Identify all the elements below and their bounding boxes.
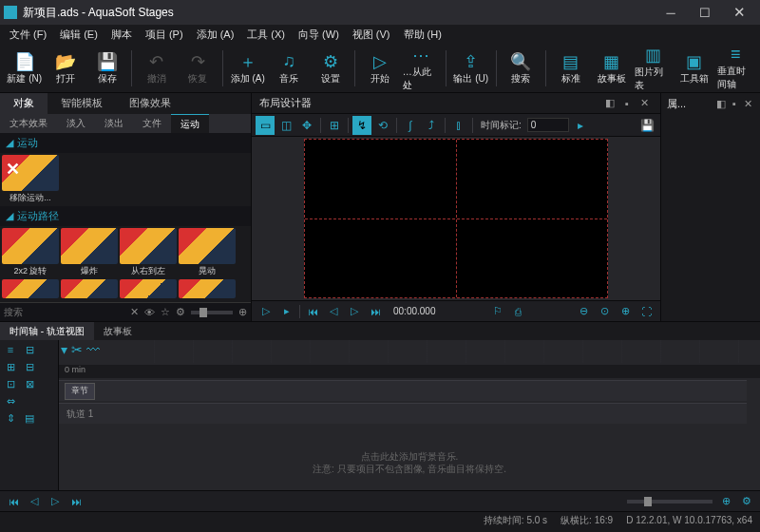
thumb-more[interactable] bbox=[2, 279, 59, 298]
tl-layers-icon[interactable]: ▤ bbox=[21, 410, 38, 426]
maximize-button[interactable]: ☐ bbox=[688, 0, 722, 25]
prop-close-icon[interactable]: ✕ bbox=[741, 98, 754, 110]
minimize-button[interactable]: ─ bbox=[654, 0, 688, 25]
close-button[interactable]: ✕ bbox=[722, 0, 756, 25]
tab-图像效果[interactable]: 图像效果 bbox=[116, 93, 184, 114]
playhead-icon[interactable]: ▾ bbox=[61, 342, 67, 357]
play-range-icon[interactable]: ▸ bbox=[278, 305, 295, 317]
time-input[interactable] bbox=[527, 118, 569, 132]
toolbar-故事板[interactable]: ▦故事板 bbox=[593, 47, 630, 90]
tl-zoomin-icon[interactable]: ⊕ bbox=[718, 495, 733, 507]
eye-icon[interactable]: 👁 bbox=[144, 307, 155, 318]
star-icon[interactable]: ☆ bbox=[161, 306, 170, 318]
crop-tool[interactable]: ◫ bbox=[276, 116, 295, 135]
toolbar-撤消[interactable]: ↶撤消 bbox=[138, 47, 175, 90]
thumb-2x2 旋转[interactable]: 2x2 旋转 bbox=[2, 228, 59, 277]
grid-icon[interactable]: ⊞ bbox=[325, 116, 344, 135]
pan-tool[interactable]: ✥ bbox=[297, 116, 316, 135]
subtab-文本效果[interactable]: 文本效果 bbox=[0, 114, 57, 133]
toolbar-垂直时间轴[interactable]: ≡垂直时间轴 bbox=[717, 47, 754, 90]
prop-undock-icon[interactable]: ◧ bbox=[714, 98, 728, 110]
timeline-zoom-slider[interactable] bbox=[627, 500, 712, 504]
thumb-remove-motion[interactable]: 移除运动... bbox=[2, 155, 59, 204]
first-frame-icon[interactable]: ⏮ bbox=[304, 306, 321, 317]
section-motion[interactable]: ◢ 运动 bbox=[0, 133, 251, 153]
toolbar-新建 (N)[interactable]: 📄新建 (N) bbox=[6, 47, 43, 90]
menu-item[interactable]: 向导 (W) bbox=[293, 26, 345, 44]
tl-expand-icon[interactable]: ⊟ bbox=[21, 342, 38, 357]
toolbar-保存[interactable]: 💾保存 bbox=[88, 47, 125, 90]
tl-zoom-h-icon[interactable]: ⇔ bbox=[2, 393, 19, 408]
zoom-out-icon[interactable]: ⊖ bbox=[575, 305, 592, 317]
thumb-size-slider[interactable] bbox=[191, 311, 233, 314]
time-spinner[interactable]: ▸ bbox=[571, 116, 590, 135]
tl-unlock-icon[interactable]: ⊠ bbox=[21, 376, 38, 391]
canvas[interactable] bbox=[252, 137, 660, 300]
tl-ungroup-icon[interactable]: ⊟ bbox=[21, 359, 38, 374]
toolbar-图片列表[interactable]: ▥图片列表 bbox=[635, 47, 672, 90]
menu-item[interactable]: 项目 (P) bbox=[140, 26, 189, 44]
thumb-从右到左[interactable]: 从右到左 bbox=[120, 228, 177, 277]
menu-item[interactable]: 脚本 bbox=[105, 26, 138, 44]
toolbar-设置[interactable]: ⚙设置 bbox=[312, 47, 349, 90]
menu-item[interactable]: 帮助 (H) bbox=[398, 26, 447, 44]
tab-智能模板[interactable]: 智能模板 bbox=[48, 93, 116, 114]
tl-tab-1[interactable]: 故事板 bbox=[94, 322, 142, 341]
tl-lock-icon[interactable]: ⊡ bbox=[2, 376, 19, 391]
fullscreen-icon[interactable]: ⛶ bbox=[637, 306, 655, 317]
tl-group-icon[interactable]: ⊞ bbox=[2, 359, 19, 374]
next-frame-icon[interactable]: ▷ bbox=[346, 305, 363, 317]
play-icon[interactable]: ▷ bbox=[257, 305, 275, 317]
tl-last-icon[interactable]: ⏭ bbox=[68, 496, 84, 507]
thumb-晃动[interactable]: 晃动 bbox=[179, 228, 236, 277]
search-input[interactable] bbox=[4, 307, 124, 317]
zoom-in-icon[interactable]: ⊕ bbox=[617, 305, 634, 317]
timeline-body[interactable]: ▾ ✂ 〰 0 min 章节 轨道 1 点击此处添加背景音乐.注意: 只要项目不… bbox=[59, 340, 760, 490]
toolbar-开始[interactable]: ▷开始 bbox=[361, 47, 398, 90]
clear-icon[interactable]: ✕ bbox=[130, 306, 139, 318]
section-motion-path[interactable]: ◢ 运动路径 bbox=[0, 206, 251, 226]
thumb-more[interactable] bbox=[61, 279, 118, 298]
cut-icon[interactable]: ✂ bbox=[71, 342, 83, 357]
tl-tab-0[interactable]: 时间轴 - 轨道视图 bbox=[0, 322, 94, 341]
align-tool[interactable]: ⫿ bbox=[449, 116, 468, 135]
toolbar-工具箱[interactable]: ▣工具箱 bbox=[675, 47, 712, 90]
undock-icon[interactable]: ◧ bbox=[601, 97, 618, 109]
thumb-爆炸[interactable]: 爆炸 bbox=[61, 228, 118, 277]
tl-prev-icon[interactable]: ◁ bbox=[27, 495, 42, 507]
panel-close-icon[interactable]: ✕ bbox=[636, 97, 653, 109]
subtab-文件[interactable]: 文件 bbox=[133, 114, 171, 133]
toolbar-音乐[interactable]: ♫音乐 bbox=[271, 47, 308, 90]
toolbar-打开[interactable]: 📂打开 bbox=[47, 47, 84, 90]
subtab-运动[interactable]: 运动 bbox=[171, 114, 209, 133]
subtab-淡入[interactable]: 淡入 bbox=[57, 114, 95, 133]
tl-next-icon[interactable]: ▷ bbox=[48, 495, 63, 507]
toolbar-标准[interactable]: ▤标准 bbox=[552, 47, 589, 90]
menu-item[interactable]: 视图 (V) bbox=[347, 26, 396, 44]
settings-icon[interactable]: ⚙ bbox=[176, 306, 185, 318]
clip-chapter[interactable]: 章节 bbox=[65, 383, 95, 400]
thumb-more[interactable] bbox=[179, 279, 236, 298]
add-icon[interactable]: ⊕ bbox=[238, 306, 247, 318]
music-hint[interactable]: 点击此处添加背景音乐.注意: 只要项目不包含图像, 音乐曲目将保持空. bbox=[59, 450, 760, 475]
last-frame-icon[interactable]: ⏭ bbox=[367, 306, 384, 317]
zoom-fit-icon[interactable]: ⊙ bbox=[596, 305, 613, 317]
toolbar-输出 (U)[interactable]: ⇪输出 (U) bbox=[452, 47, 489, 90]
track-chapter[interactable]: 章节 bbox=[59, 380, 747, 401]
tl-zoom-v-icon[interactable]: ⇕ bbox=[2, 410, 19, 426]
snapshot-icon[interactable]: ⎙ bbox=[510, 306, 527, 317]
tl-first-icon[interactable]: ⏮ bbox=[6, 496, 21, 507]
select-tool[interactable]: ▭ bbox=[256, 116, 275, 135]
toolbar-搜索[interactable]: 🔍搜索 bbox=[502, 47, 539, 90]
toolbar-…从此处[interactable]: ⋯…从此处 bbox=[403, 47, 440, 90]
track-1[interactable]: 轨道 1 bbox=[59, 403, 747, 424]
toolbar-添加 (A)[interactable]: ＋添加 (A) bbox=[229, 47, 266, 90]
menu-item[interactable]: 添加 (A) bbox=[191, 26, 240, 44]
menu-item[interactable]: 编辑 (E) bbox=[54, 26, 104, 44]
toolbar-恢复[interactable]: ↷恢复 bbox=[180, 47, 217, 90]
tab-对象[interactable]: 对象 bbox=[0, 93, 48, 114]
prop-pin-icon[interactable]: ▪ bbox=[728, 98, 741, 109]
tl-collapse-icon[interactable]: ≡ bbox=[2, 342, 19, 357]
subtab-淡出[interactable]: 淡出 bbox=[95, 114, 133, 133]
save-view-icon[interactable]: 💾 bbox=[637, 116, 656, 135]
